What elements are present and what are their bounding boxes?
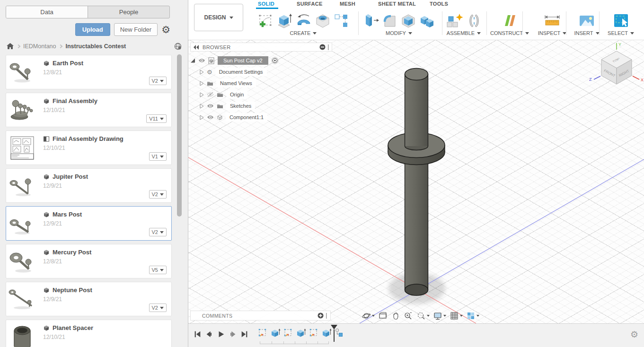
hole-icon[interactable] <box>314 12 331 29</box>
list-item-planet-spacer[interactable]: Planet Spacer 12/10/21 <box>6 320 172 347</box>
sketch-feature[interactable] <box>258 328 268 338</box>
measure-icon[interactable] <box>543 12 562 29</box>
tab-surface[interactable]: SURFACE <box>297 1 323 7</box>
construct-menu[interactable]: CONSTRUCT <box>490 30 529 36</box>
minimize-panel-icon[interactable] <box>319 44 326 50</box>
visibility-eye-icon[interactable] <box>198 58 205 63</box>
tree-node-component1[interactable]: Component1:1 <box>190 112 332 123</box>
browser-header[interactable]: BROWSER <box>190 43 332 52</box>
list-item-mercury-post[interactable]: Mercury Post 12/8/21 V5 <box>6 244 172 278</box>
collapse-panel-icon[interactable] <box>194 45 199 50</box>
tree-node-label[interactable]: Document Settings <box>215 68 267 76</box>
list-item-final-assembly-drawing[interactable]: Final Assembly Drawing 12/10/21 V1 <box>6 130 172 165</box>
tab-sheet-metal[interactable]: SHEET METAL <box>378 1 416 7</box>
extrude-icon[interactable] <box>275 12 293 29</box>
revolve-icon[interactable] <box>295 12 313 29</box>
tab-people[interactable]: People <box>88 6 169 18</box>
pan-tool[interactable] <box>391 311 400 321</box>
viewports[interactable] <box>466 311 479 321</box>
collapsed-arrow-icon[interactable] <box>200 81 204 86</box>
new-folder-button[interactable]: New Folder <box>114 23 158 36</box>
expanded-arrow-icon[interactable] <box>190 58 195 63</box>
create-menu[interactable]: CREATE <box>290 30 317 36</box>
collapsed-arrow-icon[interactable] <box>200 92 204 97</box>
go-to-end-button[interactable] <box>240 330 249 338</box>
tab-mesh[interactable]: MESH <box>340 1 355 7</box>
pattern-icon[interactable] <box>333 12 350 29</box>
collapsed-arrow-icon[interactable] <box>200 69 204 75</box>
shell-icon[interactable] <box>400 12 417 29</box>
version-dropdown[interactable]: V1 <box>149 152 167 161</box>
tab-data[interactable]: Data <box>6 6 88 18</box>
timeline-settings-gear-icon[interactable]: ⚙ <box>630 330 638 339</box>
select-menu[interactable]: SELECT <box>608 30 634 36</box>
viewport-canvas[interactable]: BROWSER Sun Post Cap v2 ⚙ Document <box>188 40 644 323</box>
tree-node-named-views[interactable]: Named Views <box>190 78 332 89</box>
grid-and-snaps[interactable] <box>450 311 463 321</box>
post-upper-cylinder[interactable] <box>405 69 428 150</box>
orbit-tool[interactable] <box>362 311 375 321</box>
tab-solid[interactable]: SOLID <box>258 1 274 7</box>
expand-comments-icon[interactable] <box>318 312 324 319</box>
zoom-tool[interactable] <box>404 311 413 321</box>
workspace-switcher[interactable]: DESIGN <box>194 4 243 31</box>
list-item-neptune-post[interactable]: Neptune Post 12/9/21 V2 <box>6 282 172 316</box>
panel-drag-grip[interactable] <box>328 44 329 50</box>
root-document-name[interactable]: Sun Post Cap v2 <box>218 56 268 65</box>
version-dropdown[interactable]: V2 <box>149 77 167 85</box>
view-cube[interactable]: Y TOP FRONT RIGHT Z X <box>588 41 644 93</box>
tree-node-sketches[interactable]: Sketches <box>190 100 332 112</box>
collapsed-arrow-icon[interactable] <box>200 115 204 120</box>
construct-plane-icon[interactable] <box>501 12 519 29</box>
list-item-jupiter-post[interactable]: Jupiter Post 12/9/21 V2 <box>6 168 172 203</box>
assemble-menu[interactable]: ASSEMBLE <box>447 30 481 36</box>
inspect-menu[interactable]: INSPECT <box>538 30 567 36</box>
panel-drag-grip[interactable] <box>326 313 327 319</box>
sketch-feature[interactable] <box>309 328 319 338</box>
version-dropdown[interactable]: V5 <box>149 266 167 274</box>
comments-bar[interactable]: COMMENTS <box>190 311 331 321</box>
list-item-mars-post[interactable]: Mars Post 12/9/21 V2 <box>6 206 172 241</box>
select-icon[interactable] <box>612 12 629 29</box>
tree-node-label[interactable]: Sketches <box>226 102 255 110</box>
visibility-off-eye-icon[interactable] <box>207 92 214 97</box>
extrude-feature[interactable] <box>296 328 307 338</box>
tree-node-label[interactable]: Component1:1 <box>226 113 267 121</box>
sketch-feature[interactable] <box>283 328 293 338</box>
tree-node-document-settings[interactable]: ⚙ Document Settings <box>190 66 332 78</box>
visibility-eye-icon[interactable] <box>207 104 214 108</box>
insert-menu[interactable]: INSERT <box>574 30 599 36</box>
post-lower-cylinder[interactable] <box>405 152 428 295</box>
modify-menu[interactable]: MODIFY <box>386 30 412 36</box>
activate-component-radio[interactable] <box>271 57 279 64</box>
new-component-icon[interactable] <box>446 12 465 29</box>
breadcrumb-folder[interactable]: IEDMontano <box>23 43 56 50</box>
version-dropdown[interactable]: V2 <box>149 190 167 199</box>
fit-tool[interactable] <box>416 311 430 321</box>
joint-icon[interactable] <box>466 12 482 29</box>
press-pull-icon[interactable] <box>362 12 380 29</box>
tree-node-origin[interactable]: Origin <box>190 89 332 100</box>
collapsed-arrow-icon[interactable] <box>200 104 204 109</box>
display-settings[interactable] <box>433 311 446 321</box>
list-item-final-assembly[interactable]: Final Assembly 12/10/21 V11 <box>6 93 172 127</box>
tree-node-label[interactable]: Origin <box>226 90 247 99</box>
sidebar-scrollbar[interactable] <box>177 54 182 217</box>
create-sketch-icon[interactable] <box>257 12 274 29</box>
upload-button[interactable]: Upload <box>75 23 110 36</box>
tree-root-sun-post-cap[interactable]: Sun Post Cap v2 <box>190 55 332 66</box>
combine-icon[interactable] <box>418 12 436 29</box>
step-forward-button[interactable] <box>229 330 237 338</box>
tree-node-label[interactable]: Named Views <box>216 79 256 87</box>
play-button[interactable] <box>217 330 225 338</box>
home-icon[interactable] <box>7 43 14 50</box>
list-item-earth-post[interactable]: Earth Post 12/8/21 V2 <box>6 55 172 89</box>
insert-image-icon[interactable] <box>578 12 596 29</box>
version-dropdown[interactable]: V2 <box>149 228 167 236</box>
fillet-icon[interactable] <box>381 12 398 29</box>
tab-tools[interactable]: TOOLS <box>430 1 448 7</box>
visibility-eye-icon[interactable] <box>207 115 214 120</box>
panel-settings-gear-icon[interactable]: ⚙ <box>161 25 170 35</box>
go-to-start-button[interactable] <box>193 330 202 338</box>
look-at-tool[interactable] <box>378 311 388 321</box>
